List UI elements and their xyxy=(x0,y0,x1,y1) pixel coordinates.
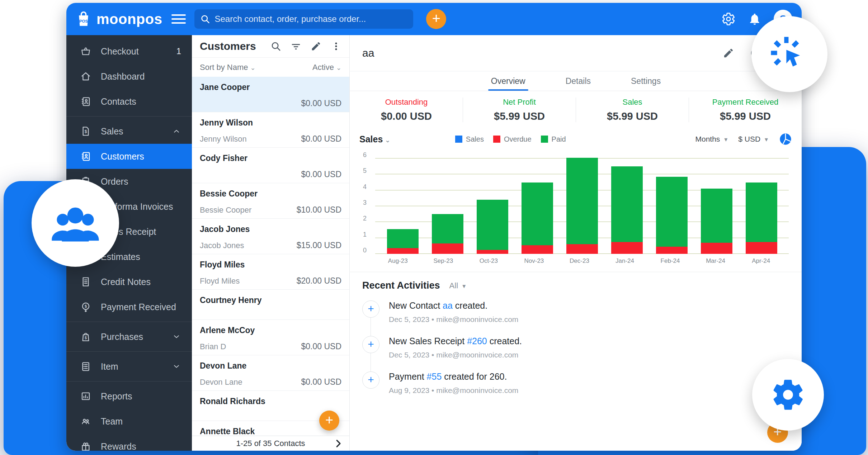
legend-label: Overdue xyxy=(504,135,532,143)
pie-chart-toggle-icon[interactable] xyxy=(779,132,792,146)
contact-row[interactable]: Devon LaneDevon Lane$0.00 USD xyxy=(192,355,349,391)
y-axis-tick: 0 xyxy=(363,247,367,254)
activity-link[interactable]: aa xyxy=(443,300,453,311)
contact-row[interactable]: Jenny WilsonJenny Wilson$0.00 USD xyxy=(192,112,349,148)
activity-item: +New Sales Receipt #260 created.Dec 5, 2… xyxy=(362,336,789,359)
legend-item-paid: Paid xyxy=(541,135,566,143)
stat-label: Payment Received xyxy=(689,98,802,107)
chart-header: Sales⌄ SalesOverduePaid Months ▾ $ USD ▾ xyxy=(359,130,792,148)
sidebar-item-rewards[interactable]: Rewards xyxy=(66,434,192,451)
sidebar-item-team[interactable]: Team xyxy=(66,409,192,434)
tab-details[interactable]: Details xyxy=(563,71,594,91)
recent-activities-title: Recent Activities xyxy=(362,280,440,291)
contact-row[interactable]: Jane Cooper$0.00 USD xyxy=(192,77,349,112)
activity-plus-button[interactable]: + xyxy=(362,371,379,389)
chart-period-dropdown[interactable]: Months ▾ xyxy=(695,135,727,143)
paid-segment xyxy=(656,177,688,247)
overdue-segment xyxy=(656,247,688,254)
stat-net-profit: Net Profit$5.99 USD xyxy=(463,98,576,122)
contact-name: Devon Lane xyxy=(200,361,341,371)
sidebar-item-purchases[interactable]: $Purchases xyxy=(66,324,192,349)
contact-amount: $0.00 USD xyxy=(301,134,341,144)
recent-activities-section: Recent Activities All ▾ +New Contact aa … xyxy=(350,272,802,415)
overdue-segment xyxy=(611,242,643,254)
activity-text-part: New Contact xyxy=(389,300,443,311)
overdue-segment xyxy=(522,245,553,254)
bar-mar-24[interactable] xyxy=(701,189,732,254)
list-kebab-menu-icon[interactable] xyxy=(331,41,341,52)
sidebar-item-payment-received[interactable]: $Payment Received xyxy=(66,294,192,319)
activities-filter-dropdown[interactable]: All ▾ xyxy=(449,281,466,290)
overdue-segment xyxy=(566,244,598,254)
sidebar-item-contacts[interactable]: Contacts xyxy=(66,89,192,114)
sidebar-item-dashboard[interactable]: Dashboard xyxy=(66,64,192,89)
bar-nov-23[interactable] xyxy=(522,183,553,254)
chart-currency-dropdown[interactable]: $ USD ▾ xyxy=(738,135,768,143)
activity-item: +New Contact aa created.Dec 5, 2023 • mi… xyxy=(362,300,789,324)
activity-link[interactable]: #55 xyxy=(427,371,442,381)
sidebar-item-reports[interactable]: Reports xyxy=(66,384,192,409)
sort-dropdown[interactable]: Sort by Name⌄ xyxy=(200,63,256,72)
bar-dec-23[interactable] xyxy=(566,158,598,254)
search-icon xyxy=(200,14,210,24)
logo-bag-icon: POS xyxy=(76,10,91,28)
stat-value: $5.99 USD xyxy=(689,110,802,122)
bar-aug-23[interactable] xyxy=(387,229,419,254)
notifications-bell-icon[interactable] xyxy=(748,12,761,26)
activity-text-part: created. xyxy=(487,336,522,346)
chevron-down-icon xyxy=(172,362,181,371)
app-logo: POS moonpos xyxy=(76,10,162,28)
activity-text-part: Payment xyxy=(389,371,427,381)
edit-contact-pencil-icon[interactable] xyxy=(723,47,734,59)
activity-meta: Aug 9, 2023 • mike@mooninvoice.com xyxy=(389,386,518,395)
bar-sep-23[interactable] xyxy=(432,214,463,254)
tab-settings[interactable]: Settings xyxy=(628,71,664,91)
contact-row[interactable]: Bessie CooperBessie Cooper$10.00 USD xyxy=(192,183,349,219)
customers-list-panel: Customers xyxy=(192,35,350,451)
contact-row[interactable]: Cody Fisher$0.00 USD xyxy=(192,148,349,183)
bar-oct-23[interactable] xyxy=(477,200,508,254)
add-contact-fab[interactable]: + xyxy=(319,411,339,431)
contact-name-title: aa xyxy=(362,47,374,59)
sidebar-item-sales[interactable]: $Sales xyxy=(66,119,192,144)
overdue-segment xyxy=(477,250,508,254)
team-icon xyxy=(80,416,91,427)
list-edit-pencil-icon[interactable] xyxy=(311,41,321,52)
activity-link[interactable]: #260 xyxy=(467,336,487,346)
x-axis-label: Feb-24 xyxy=(655,257,686,265)
contact-amount: $0.00 USD xyxy=(301,170,341,179)
bar-jan-24[interactable] xyxy=(611,166,643,254)
sidebar-item-credit-notes[interactable]: Credit Notes xyxy=(66,269,192,294)
x-axis-label: Apr-24 xyxy=(745,257,777,265)
contact-row[interactable]: Floyd MilesFloyd Miles$20.00 USD xyxy=(192,254,349,290)
contact-row[interactable]: Arlene McCoyBrian D$0.00 USD xyxy=(192,320,349,355)
bar-apr-24[interactable] xyxy=(746,183,777,254)
gear-icon xyxy=(769,376,807,413)
contact-row[interactable]: Courtney Henry xyxy=(192,290,349,320)
sidebar-divider xyxy=(66,351,192,352)
activity-plus-button[interactable]: + xyxy=(362,300,379,318)
sidebar-item-item[interactable]: Item xyxy=(66,354,192,379)
sidebar-item-label: Checkout xyxy=(101,46,139,57)
contact-row[interactable]: Jacob JonesJacob Jones$15.00 USD xyxy=(192,219,349,254)
activity-plus-button[interactable]: + xyxy=(362,336,379,353)
list-filter-icon[interactable] xyxy=(291,41,301,52)
sidebar-item-checkout[interactable]: Checkout1 xyxy=(66,39,192,64)
status-filter-dropdown[interactable]: Active⌄ xyxy=(312,63,341,72)
svg-text:$: $ xyxy=(85,304,87,308)
chart-series-dropdown[interactable]: Sales⌄ xyxy=(359,134,390,144)
pagination-next-chevron-icon[interactable] xyxy=(333,438,344,449)
pagination-bar: 1-25 of 35 Contacts xyxy=(192,436,349,451)
y-axis-tick: 2 xyxy=(363,215,367,222)
list-search-icon[interactable] xyxy=(270,41,281,52)
quick-add-button[interactable]: + xyxy=(426,9,446,29)
search-input[interactable] xyxy=(214,14,407,24)
settings-gear-icon[interactable] xyxy=(721,12,736,26)
bar-feb-24[interactable] xyxy=(656,177,688,254)
sidebar-item-label: Credit Notes xyxy=(101,277,151,287)
contact-subtitle: Bessie Cooper xyxy=(200,205,251,215)
sidebar-item-customers[interactable]: Customers xyxy=(66,144,192,169)
menu-hamburger-icon[interactable] xyxy=(171,12,186,26)
tab-overview[interactable]: Overview xyxy=(488,71,528,91)
sidebar-item-label: Dashboard xyxy=(101,71,145,82)
